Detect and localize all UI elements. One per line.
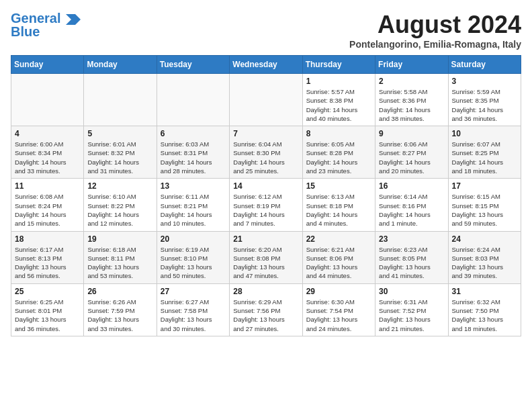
calendar-week-row: 4Sunrise: 6:00 AM Sunset: 8:34 PM Daylig…	[11, 126, 521, 179]
day-info: Sunrise: 6:21 AM Sunset: 8:06 PM Dayligh…	[306, 245, 371, 281]
calendar-cell	[11, 74, 84, 126]
day-number: 27	[161, 287, 226, 296]
day-number: 11	[15, 181, 80, 191]
calendar-cell: 18Sunrise: 6:17 AM Sunset: 8:13 PM Dayli…	[11, 231, 84, 283]
calendar-cell: 10Sunrise: 6:07 AM Sunset: 8:25 PM Dayli…	[448, 126, 521, 179]
day-info: Sunrise: 6:08 AM Sunset: 8:24 PM Dayligh…	[15, 192, 80, 228]
calendar-cell: 2Sunrise: 5:58 AM Sunset: 8:36 PM Daylig…	[375, 74, 448, 126]
page-header: General Blue August 2024 Pontelangorino,…	[11, 11, 521, 50]
day-number: 2	[379, 77, 444, 86]
day-info: Sunrise: 6:13 AM Sunset: 8:18 PM Dayligh…	[306, 192, 371, 228]
svg-marker-0	[66, 14, 81, 25]
calendar-week-row: 1Sunrise: 5:57 AM Sunset: 8:38 PM Daylig…	[11, 74, 521, 126]
day-info: Sunrise: 6:00 AM Sunset: 8:34 PM Dayligh…	[15, 140, 80, 175]
day-info: Sunrise: 6:32 AM Sunset: 7:50 PM Dayligh…	[452, 298, 517, 333]
calendar-cell: 9Sunrise: 6:06 AM Sunset: 8:27 PM Daylig…	[375, 126, 448, 179]
location-subtitle: Pontelangorino, Emilia-Romagna, Italy	[349, 39, 521, 50]
day-number: 4	[15, 129, 80, 138]
weekday-header-thursday: Thursday	[302, 56, 375, 74]
calendar-cell: 23Sunrise: 6:23 AM Sunset: 8:05 PM Dayli…	[375, 231, 448, 283]
day-number: 29	[306, 287, 371, 296]
calendar-cell: 27Sunrise: 6:27 AM Sunset: 7:58 PM Dayli…	[157, 283, 229, 336]
calendar-cell: 19Sunrise: 6:18 AM Sunset: 8:11 PM Dayli…	[84, 231, 157, 283]
day-number: 6	[161, 129, 226, 138]
title-block: August 2024 Pontelangorino, Emilia-Romag…	[349, 11, 521, 50]
day-number: 5	[87, 129, 152, 138]
day-number: 7	[233, 129, 298, 138]
weekday-header-monday: Monday	[84, 56, 157, 74]
day-info: Sunrise: 6:03 AM Sunset: 8:31 PM Dayligh…	[161, 140, 226, 175]
day-number: 20	[161, 234, 226, 244]
day-info: Sunrise: 6:26 AM Sunset: 7:59 PM Dayligh…	[87, 298, 152, 333]
day-info: Sunrise: 6:20 AM Sunset: 8:08 PM Dayligh…	[233, 245, 298, 281]
weekday-header-friday: Friday	[375, 56, 448, 74]
calendar-cell: 25Sunrise: 6:25 AM Sunset: 8:01 PM Dayli…	[11, 283, 84, 336]
day-number: 13	[161, 181, 226, 191]
calendar-cell: 11Sunrise: 6:08 AM Sunset: 8:24 PM Dayli…	[11, 179, 84, 231]
calendar-cell: 20Sunrise: 6:19 AM Sunset: 8:10 PM Dayli…	[157, 231, 229, 283]
day-info: Sunrise: 6:24 AM Sunset: 8:03 PM Dayligh…	[452, 245, 517, 281]
day-number: 19	[87, 234, 152, 244]
day-number: 28	[233, 287, 298, 296]
month-year-title: August 2024	[349, 11, 521, 39]
day-number: 1	[306, 77, 371, 86]
logo-arrow-icon	[66, 14, 81, 25]
calendar-cell: 7Sunrise: 6:04 AM Sunset: 8:30 PM Daylig…	[230, 126, 302, 179]
day-info: Sunrise: 6:27 AM Sunset: 7:58 PM Dayligh…	[161, 298, 226, 333]
day-number: 24	[452, 234, 517, 244]
calendar-cell	[230, 74, 302, 126]
day-number: 25	[15, 287, 80, 296]
day-info: Sunrise: 6:19 AM Sunset: 8:10 PM Dayligh…	[161, 245, 226, 281]
calendar-cell: 30Sunrise: 6:31 AM Sunset: 7:52 PM Dayli…	[375, 283, 448, 336]
day-number: 23	[379, 234, 444, 244]
calendar-cell: 29Sunrise: 6:30 AM Sunset: 7:54 PM Dayli…	[302, 283, 375, 336]
calendar-week-row: 11Sunrise: 6:08 AM Sunset: 8:24 PM Dayli…	[11, 179, 521, 231]
day-number: 26	[87, 287, 152, 296]
weekday-header-saturday: Saturday	[448, 56, 521, 74]
calendar-cell: 12Sunrise: 6:10 AM Sunset: 8:22 PM Dayli…	[84, 179, 157, 231]
day-info: Sunrise: 6:31 AM Sunset: 7:52 PM Dayligh…	[379, 298, 444, 333]
weekday-header-wednesday: Wednesday	[230, 56, 302, 74]
day-number: 16	[379, 181, 444, 191]
day-number: 22	[306, 234, 371, 244]
calendar-cell: 31Sunrise: 6:32 AM Sunset: 7:50 PM Dayli…	[448, 283, 521, 336]
day-number: 12	[87, 181, 152, 191]
weekday-header-row: SundayMondayTuesdayWednesdayThursdayFrid…	[11, 56, 521, 74]
day-info: Sunrise: 6:01 AM Sunset: 8:32 PM Dayligh…	[87, 140, 152, 175]
day-info: Sunrise: 5:58 AM Sunset: 8:36 PM Dayligh…	[379, 87, 444, 123]
day-info: Sunrise: 6:04 AM Sunset: 8:30 PM Dayligh…	[233, 140, 298, 175]
day-number: 30	[379, 287, 444, 296]
logo-text: General	[11, 11, 81, 26]
calendar-cell: 5Sunrise: 6:01 AM Sunset: 8:32 PM Daylig…	[84, 126, 157, 179]
calendar-cell	[84, 74, 157, 126]
weekday-header-sunday: Sunday	[11, 56, 84, 74]
day-info: Sunrise: 6:10 AM Sunset: 8:22 PM Dayligh…	[87, 192, 152, 228]
day-number: 31	[452, 287, 517, 296]
day-number: 18	[15, 234, 80, 244]
calendar-cell: 26Sunrise: 6:26 AM Sunset: 7:59 PM Dayli…	[84, 283, 157, 336]
day-info: Sunrise: 6:15 AM Sunset: 8:15 PM Dayligh…	[452, 192, 517, 228]
day-number: 21	[233, 234, 298, 244]
day-info: Sunrise: 6:05 AM Sunset: 8:28 PM Dayligh…	[306, 140, 371, 175]
day-number: 3	[452, 77, 517, 86]
day-info: Sunrise: 6:06 AM Sunset: 8:27 PM Dayligh…	[379, 140, 444, 175]
day-number: 8	[306, 129, 371, 138]
day-number: 9	[379, 129, 444, 138]
calendar-cell: 28Sunrise: 6:29 AM Sunset: 7:56 PM Dayli…	[230, 283, 302, 336]
day-info: Sunrise: 6:25 AM Sunset: 8:01 PM Dayligh…	[15, 298, 80, 333]
day-number: 14	[233, 181, 298, 191]
calendar-cell	[157, 74, 229, 126]
day-info: Sunrise: 6:17 AM Sunset: 8:13 PM Dayligh…	[15, 245, 80, 281]
logo: General Blue	[11, 11, 81, 39]
day-info: Sunrise: 6:11 AM Sunset: 8:21 PM Dayligh…	[161, 192, 226, 228]
weekday-header-tuesday: Tuesday	[157, 56, 229, 74]
calendar-cell: 24Sunrise: 6:24 AM Sunset: 8:03 PM Dayli…	[448, 231, 521, 283]
day-info: Sunrise: 6:29 AM Sunset: 7:56 PM Dayligh…	[233, 298, 298, 333]
calendar-week-row: 25Sunrise: 6:25 AM Sunset: 8:01 PM Dayli…	[11, 283, 521, 336]
calendar-cell: 14Sunrise: 6:12 AM Sunset: 8:19 PM Dayli…	[230, 179, 302, 231]
calendar-cell: 21Sunrise: 6:20 AM Sunset: 8:08 PM Dayli…	[230, 231, 302, 283]
day-number: 10	[452, 129, 517, 138]
calendar-cell: 8Sunrise: 6:05 AM Sunset: 8:28 PM Daylig…	[302, 126, 375, 179]
calendar-cell: 13Sunrise: 6:11 AM Sunset: 8:21 PM Dayli…	[157, 179, 229, 231]
day-info: Sunrise: 6:30 AM Sunset: 7:54 PM Dayligh…	[306, 298, 371, 333]
